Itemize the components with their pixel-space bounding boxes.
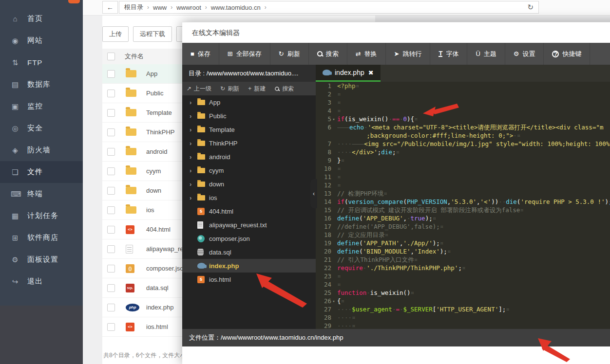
row-checkbox[interactable] [107,128,115,136]
sidebar-item-网站[interactable]: ◉网站 [0,30,83,52]
tree-toolbar-搜索[interactable]: 搜索 [270,85,298,93]
online-editor-modal: 在线文本编辑器 ■保存⊞全部保存↻刷新搜索⇄替换➤跳转行T字体Ü主题⚙设置?快捷… [182,22,610,364]
refresh-icon: ↻ [279,50,284,57]
code-line-26: 26▾{¤ [316,297,610,305]
store-icon: ⊞ [11,234,19,242]
editor-button-搜索[interactable]: 搜索 [309,43,347,65]
sidebar-item-安全[interactable]: ◎安全 [0,117,83,139]
tree-toolbar-上一级[interactable]: ↗上一级 [182,85,216,93]
refresh-icon: ↻ [220,85,225,92]
tree-item-alipaywap_reuest.txt[interactable]: alipaywap_reuest.txt [182,218,316,232]
row-checkbox[interactable] [107,226,115,234]
folder-file-icon [126,187,136,194]
line-number: 14 [316,198,331,206]
php-icon [197,263,206,269]
tree-item-ThinkPHP[interactable]: ›ThinkPHP [182,136,316,150]
sidebar-item-面板设置[interactable]: ⚙面板设置 [0,249,83,271]
breadcrumb-segment[interactable]: www.taomiduo.cn [211,4,261,11]
row-checkbox[interactable] [107,206,115,214]
row-checkbox[interactable] [107,70,115,78]
line-number: 10 [316,164,331,173]
tree-item-data.sql[interactable]: data.sql [182,245,316,259]
breadcrumb-segment[interactable]: wwwroot [176,4,201,11]
line-number: 26 [316,297,331,305]
code-editor[interactable]: 1<?php¤2¤3¤4¤5▾if(is_weixin()·==·0){¤6⸺e… [316,82,610,346]
tree-item-index.php[interactable]: index.php [182,259,316,273]
sidebar-item-防火墙[interactable]: ◈防火墙 [0,139,83,161]
file-name: composer.json [146,265,187,272]
breadcrumb-segment[interactable]: 根目录 [124,3,143,12]
editor-button-跳转行[interactable]: ➤跳转行 [386,43,431,65]
row-checkbox[interactable] [107,109,115,117]
editor-button-保存[interactable]: ■保存 [182,43,219,65]
tab-index-php[interactable]: index.php ✖ [316,65,381,82]
sidebar-item-文件[interactable]: ❏文件 [0,161,83,183]
tree-item-404.html[interactable]: 5404.html [182,204,316,218]
editor-button-label: 搜索 [326,50,339,58]
editor-button-label: 快捷键 [562,50,581,58]
tree-item-down[interactable]: ›down [182,177,316,191]
tree-toolbar-刷新[interactable]: ↻刷新 [216,85,244,93]
sidebar-item-退出[interactable]: ↪退出 [0,271,83,292]
fold-marker-icon[interactable]: ▾ [331,297,336,306]
editor-button-替换[interactable]: ⇄替换 [347,43,386,65]
sidebar-item-软件商店[interactable]: ⊞软件商店 [0,227,83,249]
row-checkbox[interactable] [107,304,115,311]
sidebar-item-计划任务[interactable]: ▦计划任务 [0,205,83,227]
select-all-checkbox[interactable] [107,53,115,60]
row-checkbox[interactable] [107,265,115,273]
tree-toolbar-新建[interactable]: +新建 [244,85,270,93]
row-checkbox[interactable] [107,245,115,253]
folder-icon [197,195,205,200]
tree-item-name: ios [209,194,217,201]
row-checkbox[interactable] [107,284,115,292]
line-number: 24 [316,280,331,289]
editor-button-设置[interactable]: ⚙设置 [505,43,544,65]
code-line-14: 14if(version_compare(PHP_VERSION,'5.3.0'… [316,198,610,206]
editor-button-字体[interactable]: T字体 [430,43,467,65]
tree-collapse-handle[interactable]: ‹ [310,179,317,208]
tree-item-cyym[interactable]: ›cyym [182,164,316,177]
tab-close-icon[interactable]: ✖ [368,69,374,76]
panel-icon: ⚙ [11,255,19,264]
back-button[interactable]: ← [102,1,118,14]
sidebar-item-label: 面板设置 [27,255,58,264]
breadcrumb-refresh-icon[interactable]: ↻ [527,3,534,12]
fm-button-远程下载[interactable]: 远程下载 [133,26,172,42]
code-line-25: 25function·is_weixin()¤ [316,289,610,297]
line-number: 6 [316,123,331,131]
sidebar-item-label: FTP [27,58,42,67]
editor-button-全部保存[interactable]: ⊞全部保存 [219,43,270,65]
code-line-6: 6⸺echo·'<meta charset="UTF-8"><title>请使用… [316,123,610,131]
line-number: 13 [316,189,331,198]
editor-button-主题[interactable]: Ü主题 [467,43,505,65]
tree-item-ios[interactable]: ›ios [182,191,316,204]
row-checkbox[interactable] [107,90,115,97]
tree-item-android[interactable]: ›android [182,150,316,164]
breadcrumb-segment[interactable]: www [153,4,167,11]
sidebar-item-FTP[interactable]: ⇅FTP [0,52,83,73]
file-name: 404.html [146,226,171,233]
tree-item-Template[interactable]: ›Template [182,123,316,136]
fm-button-上传[interactable]: 上传 [102,26,129,42]
row-checkbox[interactable] [107,187,115,195]
fold-marker-icon[interactable]: ▾ [331,115,336,124]
back-arrow-icon: ← [107,3,114,11]
tree-item-App[interactable]: ›App [182,95,316,109]
chevron-right-icon: › [190,181,197,188]
editor-button-刷新[interactable]: ↻刷新 [270,43,309,65]
sidebar-item-首页[interactable]: ⌂首页 [0,8,83,30]
editor-button-快捷键[interactable]: ?快捷键 [544,43,590,65]
tree-item-Public[interactable]: ›Public [182,109,316,123]
row-checkbox[interactable] [107,167,115,175]
file-name: android [146,148,167,155]
tree-item-composer.json[interactable]: composer.json [182,232,316,245]
sidebar-item-数据库[interactable]: ▤数据库 [0,73,83,95]
tree-item-name: ios.html [209,276,231,283]
breadcrumb-separator-icon: › [205,4,207,11]
sidebar-item-终端[interactable]: ⌨终端 [0,183,83,205]
row-checkbox[interactable] [107,148,115,156]
row-checkbox[interactable] [107,323,115,331]
sidebar-item-监控[interactable]: ▣监控 [0,95,83,117]
tree-item-ios.html[interactable]: 5ios.html [182,273,316,286]
